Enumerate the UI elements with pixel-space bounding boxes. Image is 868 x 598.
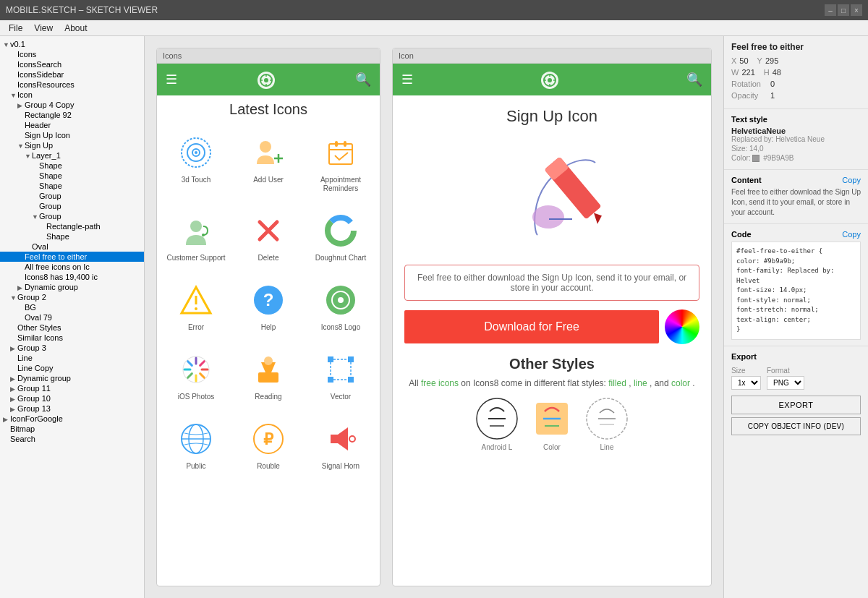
props-x-row: X 50 [731,56,749,65]
sidebar-item-iconforgoogle[interactable]: IconForGoogle [0,414,144,424]
w-label: W [731,68,739,77]
icon-cell-adduser[interactable]: Add User [235,127,302,199]
icon-label-icons8logo: Icons8 Logo [321,323,361,332]
icon-label-error: Error [188,323,204,332]
line-link[interactable]: line [634,378,647,388]
y-value: 295 [765,56,778,65]
menu-about[interactable]: About [59,22,93,35]
icon-cell-reading[interactable]: Reading [235,343,302,407]
sidebar: v0.1IconsIconsSearchIconsSidebarIconsRes… [0,36,145,598]
icon-cell-icons8logo[interactable]: Icons8 Logo [307,274,374,338]
logo-icon-left[interactable] [257,69,276,89]
icon-cell-doughnut[interactable]: Doughnut Chart [307,205,374,268]
search-icon-right[interactable]: 🔍 [686,72,702,87]
sidebar-item-layer1[interactable]: Layer_1 [0,150,144,161]
icon-cell-error[interactable]: Error [163,274,229,338]
minimize-button[interactable]: – [825,4,836,16]
search-icon-left[interactable]: 🔍 [355,72,371,87]
sidebar-item-line[interactable]: Line [0,353,144,363]
style-line-label: Line [600,443,614,451]
sidebar-label-group13: Group 13 [17,404,51,413]
sidebar-item-bitmap[interactable]: Bitmap [0,424,144,434]
sidebar-item-feelfreetoeither[interactable]: Feel free to either [0,252,144,262]
sidebar-item-dynamicgroup2[interactable]: Dynamic group [0,373,144,383]
icon-cell-iosphotos[interactable]: iOS Photos [163,343,229,407]
menu-view[interactable]: View [28,22,59,35]
export-button[interactable]: EXPORT [731,396,861,414]
sidebar-label-search: Search [10,435,35,443]
icon-cell-vector[interactable]: Vector [307,343,374,407]
content-copy-link[interactable]: Copy [842,176,861,184]
sidebar-label-group11: Group 11 [17,384,51,393]
sidebar-item-group11[interactable]: Group 11 [0,383,144,393]
sidebar-item-group1[interactable]: Group [0,191,144,201]
svg-point-28 [338,297,344,303]
sidebar-item-dynamicgroup[interactable]: Dynamic group [0,282,144,292]
menu-icon-right[interactable]: ☰ [401,72,413,87]
sidebar-item-shape1[interactable]: Shape [0,161,144,171]
sidebar-item-signupicon[interactable]: Sign Up Icon [0,130,144,140]
sidebar-item-header[interactable]: Header [0,120,144,130]
sidebar-item-icon[interactable]: Icon [0,90,144,100]
close-button[interactable]: × [851,4,862,16]
logo-icon-right[interactable] [540,69,559,89]
sidebar-item-v01[interactable]: v0.1 [0,39,144,49]
icon-cell-customersupport[interactable]: Customer Support [163,205,229,268]
icon-cell-rouble[interactable]: ₽Rouble [235,413,302,477]
icon-img-error [176,280,216,320]
sidebar-item-allfreeicons[interactable]: All free icons on Ic [0,262,144,272]
sidebar-item-oval79[interactable]: Oval 79 [0,312,144,323]
code-copy-link[interactable]: Copy [842,230,861,239]
sidebar-item-iconssearch[interactable]: IconsSearch [0,59,144,69]
title-bar-controls[interactable]: – □ × [825,4,862,16]
props-opacity-row: Opacity 1 [731,91,861,100]
sidebar-item-group4copy[interactable]: Group 4 Copy [0,100,144,110]
icon-cell-public[interactable]: Public [163,413,229,477]
sidebar-item-group13[interactable]: Group 13 [0,403,144,414]
icon-cell-delete[interactable]: Delete [235,205,302,268]
icon-cell-appointment[interactable]: Appointment Reminders [307,127,374,199]
sidebar-item-signup[interactable]: Sign Up [0,140,144,150]
sidebar-item-icons[interactable]: Icons [0,49,144,59]
sidebar-item-similaricons[interactable]: Similar Icons [0,333,144,343]
sidebar-item-shape2[interactable]: Shape [0,171,144,181]
sidebar-item-oval[interactable]: Oval [0,242,144,252]
sidebar-item-shape3[interactable]: Shape [0,181,144,191]
copy-object-button[interactable]: COPY OBJECT INFO (DEV) [731,417,861,435]
sidebar-item-search[interactable]: Search [0,434,144,444]
sidebar-label-shape1: Shape [39,161,62,170]
icon-cell-3dtouch[interactable]: 3d Touch [163,127,229,199]
menu-file[interactable]: File [3,22,28,35]
sidebar-item-iconsresources[interactable]: IconsResources [0,80,144,90]
sidebar-item-shape4[interactable]: Shape [0,231,144,242]
sidebar-label-dynamicgroup2: Dynamic group [17,374,71,383]
sidebar-item-iconssidebar[interactable]: IconsSidebar [0,69,144,80]
icon-cell-signalhorn[interactable]: Signal Horn [307,413,374,477]
sidebar-item-icons8has[interactable]: Icons8 has 19,400 ic [0,272,144,282]
menu-icon-left[interactable]: ☰ [166,72,177,87]
icon-cell-help[interactable]: ?Help [235,274,302,338]
icon-label-adduser: Add User [253,176,284,184]
sidebar-item-bg[interactable]: BG [0,302,144,312]
sidebar-item-linecopy[interactable]: Line Copy [0,363,144,373]
sidebar-item-group3b[interactable]: Group 3 [0,343,144,353]
download-row: Download for Free [404,309,699,344]
size-select[interactable]: 1x 2x 3x [731,376,761,390]
filled-link[interactable]: filled [608,378,626,388]
format-select[interactable]: PNG SVG PDF [767,376,804,390]
content-header-row: Content Copy [731,176,861,184]
sidebar-item-group2b[interactable]: Group 2 [0,292,144,302]
sidebar-item-otherstyles[interactable]: Other Styles [0,323,144,333]
sidebar-label-dynamicgroup: Dynamic group [25,283,78,291]
maximize-button[interactable]: □ [838,4,849,16]
sidebar-item-group10[interactable]: Group 10 [0,393,144,403]
sidebar-item-rectanglepath[interactable]: Rectangle-path [0,221,144,231]
download-button[interactable]: Download for Free [404,310,659,343]
sidebar-item-group2[interactable]: Group [0,201,144,211]
free-icons-link[interactable]: free icons [421,378,459,388]
sidebar-item-rect92[interactable]: Rectangle 92 [0,110,144,120]
props-title-section: Feel free to either X 50 Y 295 W 221 H [724,36,868,109]
sidebar-item-group3[interactable]: Group [0,211,144,221]
color-link[interactable]: color [671,378,690,388]
props-w-row: W 221 [731,68,755,77]
